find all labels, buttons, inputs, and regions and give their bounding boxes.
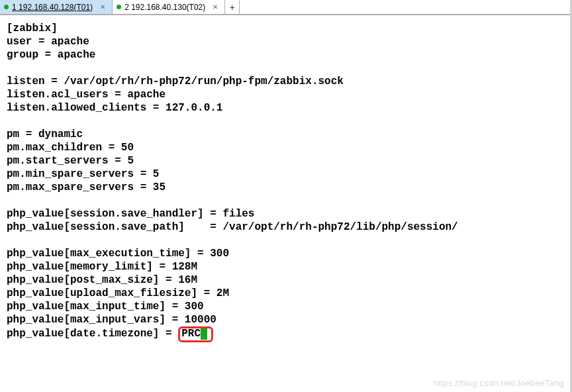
terminal-line: php_value[session.save_handler] = files [7,207,565,220]
close-icon[interactable]: ✕ [211,3,219,11]
terminal-line: php_value[max_execution_time] = 300 [7,247,565,260]
tab-bar: 1 192.168.40.128(T01) ✕ 2 192.168.40.130… [0,0,572,15]
terminal-line: php_value[max_input_vars] = 10000 [7,313,565,326]
terminal-line [7,234,565,247]
tab-label: 2 192.168.40.130(T02) [124,3,205,12]
terminal-content[interactable]: [zabbix]user = apachegroup = apache list… [0,15,572,349]
terminal-line: listen.allowed_clients = 127.0.0.1 [7,101,565,115]
terminal-line: user = apache [7,35,565,48]
terminal-line: php_value[session.save_path] = /var/opt/… [7,220,565,234]
terminal-line: group = apache [7,48,565,62]
timezone-value: PRC [181,328,201,340]
status-dot-icon [4,5,9,9]
tab-t01[interactable]: 1 192.168.40.128(T01) ✕ [0,0,113,14]
terminal-line: php_value[memory_limit] = 128M [7,260,565,273]
terminal-line: php_value[upload_max_filesize] = 2M [7,287,565,300]
watermark: https://blog.csdn.net/JoebeeTang [434,378,564,388]
tab-t02[interactable]: 2 192.168.40.130(T02) ✕ [113,0,225,14]
terminal-line: listen = /var/opt/rh/rh-php72/run/php-fp… [7,75,565,88]
terminal-line: pm.max_children = 50 [7,141,565,154]
terminal-line: php_value[post_max_size] = 16M [7,273,565,287]
cursor-icon [201,328,207,340]
highlighted-value: PRC [178,326,213,342]
terminal-line: pm.start_servers = 5 [7,154,565,168]
terminal-line: pm.max_spare_servers = 35 [7,181,565,194]
terminal-line [7,194,565,207]
add-tab-button[interactable]: + [225,0,240,14]
terminal-line [7,115,565,128]
tab-label: 1 192.168.40.128(T01) [12,3,93,12]
config-key: php_value[date.timezone] = [7,328,178,340]
terminal-line: php_value[max_input_time] = 300 [7,300,565,313]
terminal-line [7,62,565,75]
status-dot-icon [117,5,121,9]
terminal-line: pm.min_spare_servers = 5 [7,168,565,181]
terminal-line: pm = dynamic [7,128,565,141]
terminal-line: php_value[date.timezone] = PRC [7,326,565,342]
close-icon[interactable]: ✕ [99,3,107,11]
terminal-line: [zabbix] [7,22,565,35]
terminal-line: listen.acl_users = apache [7,88,565,101]
